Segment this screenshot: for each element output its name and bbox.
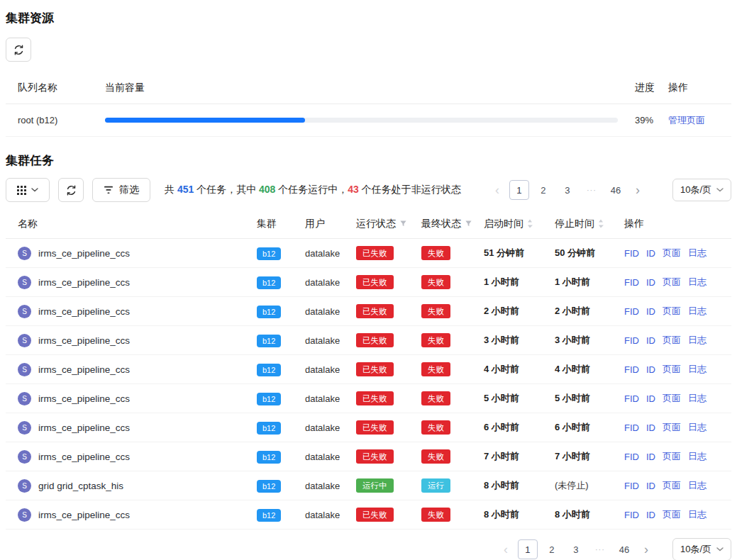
layout-grid-button[interactable] bbox=[6, 178, 50, 202]
id-link[interactable]: ID bbox=[646, 277, 655, 288]
pagination-page-3[interactable]: 3 bbox=[558, 180, 577, 200]
task-name-cell: Sirms_ce_pipeline_ccs bbox=[6, 247, 257, 260]
pagination-prev[interactable]: ‹ bbox=[498, 539, 514, 559]
fid-link[interactable]: FID bbox=[624, 422, 639, 433]
filter-button[interactable]: 筛选 bbox=[92, 178, 150, 202]
id-link[interactable]: ID bbox=[646, 335, 655, 346]
final-status-badge: 失败 bbox=[421, 362, 450, 376]
resource-table: 队列名称 当前容量 进度 操作 root (b12)39%管理页面 bbox=[6, 72, 731, 137]
log-link[interactable]: 日志 bbox=[688, 479, 706, 492]
sort-icon[interactable] bbox=[527, 219, 533, 228]
final-status-cell: 失败 bbox=[421, 306, 484, 317]
final-status-cell: 失败 bbox=[421, 451, 484, 462]
log-link[interactable]: 日志 bbox=[688, 363, 706, 376]
run-status-badge: 已失败 bbox=[356, 304, 394, 318]
spark-avatar: S bbox=[18, 334, 31, 347]
user-cell: datalake bbox=[305, 452, 356, 462]
start-time: 1 小时前 bbox=[484, 276, 555, 289]
final-status-cell: 失败 bbox=[421, 422, 484, 433]
pagination-page-1[interactable]: 1 bbox=[509, 180, 529, 200]
refresh-tasks-button[interactable] bbox=[58, 178, 84, 202]
log-link[interactable]: 日志 bbox=[688, 334, 706, 347]
log-link[interactable]: 日志 bbox=[688, 247, 706, 259]
pagination-page-1[interactable]: 1 bbox=[518, 539, 538, 559]
final-status-cell: 失败 bbox=[421, 509, 484, 520]
id-link[interactable]: ID bbox=[646, 306, 655, 317]
start-time: 8 小时前 bbox=[484, 508, 555, 521]
task-row: Sirms_ce_pipeline_ccsb12datalake已失败失败8 小… bbox=[6, 500, 731, 530]
pagination-page-3[interactable]: 3 bbox=[566, 539, 586, 559]
manage-page-link[interactable]: 管理页面 bbox=[668, 115, 705, 125]
filter-icon[interactable] bbox=[465, 220, 472, 228]
page-link[interactable]: 页面 bbox=[663, 479, 681, 492]
sort-icon[interactable] bbox=[598, 219, 604, 228]
pagination-page-46[interactable]: 46 bbox=[606, 180, 626, 200]
id-link[interactable]: ID bbox=[646, 452, 655, 462]
run-status-cell: 运行中 bbox=[356, 480, 421, 491]
page-link[interactable]: 页面 bbox=[663, 305, 681, 318]
log-link[interactable]: 日志 bbox=[688, 508, 706, 521]
task-row: Sirms_ce_pipeline_ccsb12datalake已失败失败1 小… bbox=[6, 268, 731, 297]
fid-link[interactable]: FID bbox=[624, 510, 639, 520]
run-status-badge: 已失败 bbox=[356, 391, 394, 405]
task-name-cell: Sirms_ce_pipeline_ccs bbox=[6, 363, 257, 376]
cluster-cell: b12 bbox=[257, 364, 305, 375]
pagination-next[interactable]: › bbox=[630, 180, 645, 200]
page-link[interactable]: 页面 bbox=[663, 334, 681, 347]
log-link[interactable]: 日志 bbox=[688, 421, 706, 434]
page-link[interactable]: 页面 bbox=[663, 421, 681, 434]
log-link[interactable]: 日志 bbox=[688, 305, 706, 318]
fid-link[interactable]: FID bbox=[624, 335, 639, 346]
fid-link[interactable]: FID bbox=[624, 481, 639, 491]
page: 集群资源 队列名称 当前容量 进度 操作 root (b12)39%管理页面 集… bbox=[0, 0, 737, 560]
id-link[interactable]: ID bbox=[646, 510, 655, 520]
refresh-resources-button[interactable] bbox=[6, 38, 31, 62]
fid-link[interactable]: FID bbox=[624, 248, 639, 259]
pagination-page-46[interactable]: 46 bbox=[614, 539, 634, 559]
page-link[interactable]: 页面 bbox=[663, 363, 681, 376]
task-actions-cell: FIDID页面日志 bbox=[624, 247, 731, 259]
spark-avatar: S bbox=[18, 363, 31, 376]
task-row: Sirms_ce_pipeline_ccsb12datalake已失败失败3 小… bbox=[6, 326, 731, 355]
final-status-badge: 失败 bbox=[421, 246, 450, 260]
fid-link[interactable]: FID bbox=[624, 364, 639, 375]
cluster-resources-title: 集群资源 bbox=[6, 10, 731, 26]
pagination-prev[interactable]: ‹ bbox=[489, 180, 505, 200]
chevron-down-icon bbox=[31, 188, 38, 192]
id-link[interactable]: ID bbox=[646, 393, 655, 404]
filter-button-label: 筛选 bbox=[119, 184, 139, 196]
page-link[interactable]: 页面 bbox=[663, 392, 681, 405]
running-task-count: 408 bbox=[259, 184, 275, 195]
fid-link[interactable]: FID bbox=[624, 306, 639, 317]
user-cell: datalake bbox=[305, 248, 356, 259]
fid-link[interactable]: FID bbox=[624, 393, 639, 404]
page-link[interactable]: 页面 bbox=[663, 276, 681, 289]
pagination-page-2[interactable]: 2 bbox=[542, 539, 562, 559]
page-size-select[interactable]: 10条/页 bbox=[672, 538, 731, 560]
fid-link[interactable]: FID bbox=[624, 452, 639, 462]
cluster-badge: b12 bbox=[257, 276, 281, 289]
pagination-next[interactable]: › bbox=[638, 539, 654, 559]
run-status-badge: 已失败 bbox=[356, 508, 394, 522]
id-link[interactable]: ID bbox=[646, 364, 655, 375]
fid-link[interactable]: FID bbox=[624, 277, 639, 288]
start-time: 3 小时前 bbox=[484, 334, 555, 347]
run-status-cell: 已失败 bbox=[356, 451, 421, 462]
id-link[interactable]: ID bbox=[646, 481, 655, 491]
cluster-cell: b12 bbox=[257, 248, 305, 259]
id-link[interactable]: ID bbox=[646, 422, 655, 433]
page-link[interactable]: 页面 bbox=[663, 450, 681, 463]
column-header-label: 运行状态 bbox=[356, 218, 396, 230]
filter-icon[interactable] bbox=[399, 220, 407, 228]
id-link[interactable]: ID bbox=[646, 248, 655, 259]
column-header-user: 用户 bbox=[305, 218, 356, 230]
log-link[interactable]: 日志 bbox=[688, 450, 706, 463]
task-name: irms_ce_pipeline_ccs bbox=[38, 248, 130, 259]
page-link[interactable]: 页面 bbox=[663, 247, 681, 259]
page-link[interactable]: 页面 bbox=[663, 508, 681, 521]
run-status-cell: 已失败 bbox=[356, 335, 421, 346]
pagination-page-2[interactable]: 2 bbox=[533, 180, 553, 200]
log-link[interactable]: 日志 bbox=[688, 392, 706, 405]
page-size-select[interactable]: 10条/页 bbox=[672, 179, 731, 201]
log-link[interactable]: 日志 bbox=[688, 276, 706, 289]
